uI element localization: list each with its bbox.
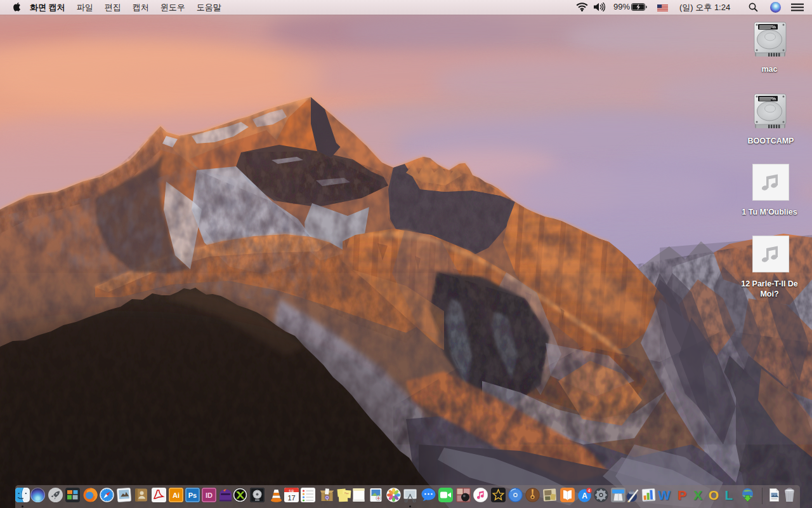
svg-text:Ai: Ai [173, 491, 180, 499]
svg-text:ID: ID [206, 491, 213, 499]
svg-text:Q: Q [325, 495, 328, 500]
svg-text:Ps: Ps [188, 491, 196, 499]
svg-text:A: A [582, 491, 587, 500]
svg-text:17: 17 [287, 494, 295, 502]
svg-text:4: 4 [587, 488, 590, 493]
svg-text:Plan: Plan [344, 492, 348, 495]
svg-text:6월: 6월 [289, 489, 294, 493]
